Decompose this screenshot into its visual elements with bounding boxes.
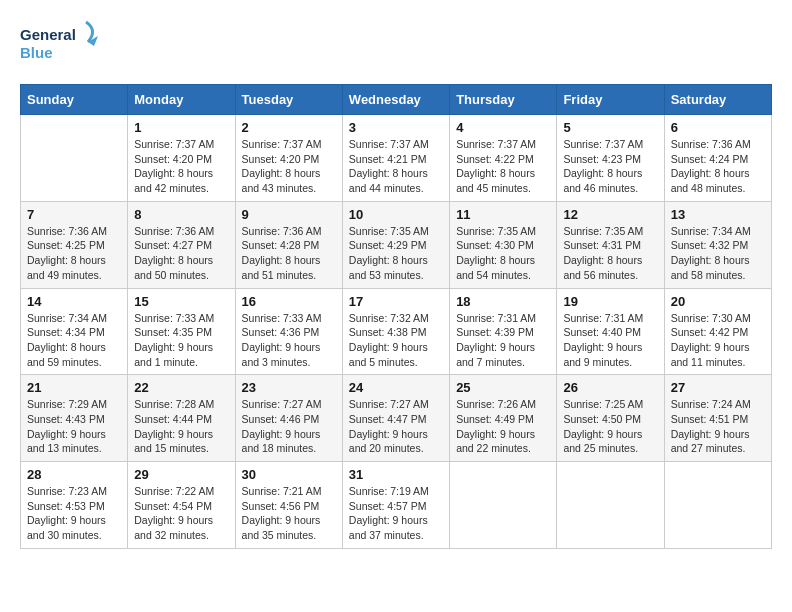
weekday-header-thursday: Thursday: [450, 85, 557, 115]
weekday-header-monday: Monday: [128, 85, 235, 115]
week-row-4: 21Sunrise: 7:29 AMSunset: 4:43 PMDayligh…: [21, 375, 772, 462]
calendar-cell: [450, 462, 557, 549]
day-info: Sunrise: 7:27 AMSunset: 4:47 PMDaylight:…: [349, 397, 443, 456]
day-number: 28: [27, 467, 121, 482]
day-number: 12: [563, 207, 657, 222]
calendar-cell: [557, 462, 664, 549]
day-number: 16: [242, 294, 336, 309]
weekday-header-saturday: Saturday: [664, 85, 771, 115]
calendar-cell: 9Sunrise: 7:36 AMSunset: 4:28 PMDaylight…: [235, 201, 342, 288]
day-number: 25: [456, 380, 550, 395]
day-number: 17: [349, 294, 443, 309]
calendar-cell: 29Sunrise: 7:22 AMSunset: 4:54 PMDayligh…: [128, 462, 235, 549]
svg-text:Blue: Blue: [20, 44, 53, 61]
calendar-cell: 23Sunrise: 7:27 AMSunset: 4:46 PMDayligh…: [235, 375, 342, 462]
day-info: Sunrise: 7:33 AMSunset: 4:35 PMDaylight:…: [134, 311, 228, 370]
day-number: 8: [134, 207, 228, 222]
calendar-cell: 1Sunrise: 7:37 AMSunset: 4:20 PMDaylight…: [128, 115, 235, 202]
day-number: 1: [134, 120, 228, 135]
calendar-cell: 15Sunrise: 7:33 AMSunset: 4:35 PMDayligh…: [128, 288, 235, 375]
day-info: Sunrise: 7:34 AMSunset: 4:32 PMDaylight:…: [671, 224, 765, 283]
day-info: Sunrise: 7:21 AMSunset: 4:56 PMDaylight:…: [242, 484, 336, 543]
calendar-cell: [664, 462, 771, 549]
day-info: Sunrise: 7:35 AMSunset: 4:30 PMDaylight:…: [456, 224, 550, 283]
calendar-cell: 4Sunrise: 7:37 AMSunset: 4:22 PMDaylight…: [450, 115, 557, 202]
day-number: 19: [563, 294, 657, 309]
day-info: Sunrise: 7:35 AMSunset: 4:31 PMDaylight:…: [563, 224, 657, 283]
page-header: General Blue: [20, 20, 772, 68]
day-number: 29: [134, 467, 228, 482]
day-number: 22: [134, 380, 228, 395]
calendar-cell: 31Sunrise: 7:19 AMSunset: 4:57 PMDayligh…: [342, 462, 449, 549]
day-info: Sunrise: 7:29 AMSunset: 4:43 PMDaylight:…: [27, 397, 121, 456]
day-info: Sunrise: 7:27 AMSunset: 4:46 PMDaylight:…: [242, 397, 336, 456]
svg-text:General: General: [20, 26, 76, 43]
day-number: 10: [349, 207, 443, 222]
day-info: Sunrise: 7:24 AMSunset: 4:51 PMDaylight:…: [671, 397, 765, 456]
day-info: Sunrise: 7:32 AMSunset: 4:38 PMDaylight:…: [349, 311, 443, 370]
day-info: Sunrise: 7:37 AMSunset: 4:22 PMDaylight:…: [456, 137, 550, 196]
calendar-cell: 27Sunrise: 7:24 AMSunset: 4:51 PMDayligh…: [664, 375, 771, 462]
weekday-header-tuesday: Tuesday: [235, 85, 342, 115]
day-number: 23: [242, 380, 336, 395]
day-info: Sunrise: 7:22 AMSunset: 4:54 PMDaylight:…: [134, 484, 228, 543]
calendar-cell: 30Sunrise: 7:21 AMSunset: 4:56 PMDayligh…: [235, 462, 342, 549]
day-number: 30: [242, 467, 336, 482]
calendar-cell: 20Sunrise: 7:30 AMSunset: 4:42 PMDayligh…: [664, 288, 771, 375]
day-info: Sunrise: 7:25 AMSunset: 4:50 PMDaylight:…: [563, 397, 657, 456]
day-info: Sunrise: 7:36 AMSunset: 4:25 PMDaylight:…: [27, 224, 121, 283]
day-info: Sunrise: 7:36 AMSunset: 4:27 PMDaylight:…: [134, 224, 228, 283]
day-number: 20: [671, 294, 765, 309]
day-number: 7: [27, 207, 121, 222]
calendar-cell: 8Sunrise: 7:36 AMSunset: 4:27 PMDaylight…: [128, 201, 235, 288]
calendar-cell: 17Sunrise: 7:32 AMSunset: 4:38 PMDayligh…: [342, 288, 449, 375]
day-info: Sunrise: 7:26 AMSunset: 4:49 PMDaylight:…: [456, 397, 550, 456]
day-info: Sunrise: 7:37 AMSunset: 4:21 PMDaylight:…: [349, 137, 443, 196]
day-number: 4: [456, 120, 550, 135]
day-info: Sunrise: 7:36 AMSunset: 4:24 PMDaylight:…: [671, 137, 765, 196]
day-info: Sunrise: 7:31 AMSunset: 4:39 PMDaylight:…: [456, 311, 550, 370]
calendar-cell: 19Sunrise: 7:31 AMSunset: 4:40 PMDayligh…: [557, 288, 664, 375]
day-info: Sunrise: 7:34 AMSunset: 4:34 PMDaylight:…: [27, 311, 121, 370]
day-number: 27: [671, 380, 765, 395]
calendar-cell: 5Sunrise: 7:37 AMSunset: 4:23 PMDaylight…: [557, 115, 664, 202]
day-info: Sunrise: 7:37 AMSunset: 4:20 PMDaylight:…: [242, 137, 336, 196]
logo: General Blue: [20, 20, 110, 68]
weekday-header-sunday: Sunday: [21, 85, 128, 115]
calendar-cell: 16Sunrise: 7:33 AMSunset: 4:36 PMDayligh…: [235, 288, 342, 375]
day-info: Sunrise: 7:37 AMSunset: 4:23 PMDaylight:…: [563, 137, 657, 196]
day-number: 14: [27, 294, 121, 309]
week-row-3: 14Sunrise: 7:34 AMSunset: 4:34 PMDayligh…: [21, 288, 772, 375]
calendar-cell: 12Sunrise: 7:35 AMSunset: 4:31 PMDayligh…: [557, 201, 664, 288]
weekday-header-wednesday: Wednesday: [342, 85, 449, 115]
day-number: 21: [27, 380, 121, 395]
calendar-cell: 18Sunrise: 7:31 AMSunset: 4:39 PMDayligh…: [450, 288, 557, 375]
day-info: Sunrise: 7:23 AMSunset: 4:53 PMDaylight:…: [27, 484, 121, 543]
day-info: Sunrise: 7:30 AMSunset: 4:42 PMDaylight:…: [671, 311, 765, 370]
weekday-header-row: SundayMondayTuesdayWednesdayThursdayFrid…: [21, 85, 772, 115]
day-number: 5: [563, 120, 657, 135]
calendar-cell: 10Sunrise: 7:35 AMSunset: 4:29 PMDayligh…: [342, 201, 449, 288]
calendar-cell: 22Sunrise: 7:28 AMSunset: 4:44 PMDayligh…: [128, 375, 235, 462]
day-info: Sunrise: 7:35 AMSunset: 4:29 PMDaylight:…: [349, 224, 443, 283]
day-number: 18: [456, 294, 550, 309]
day-number: 2: [242, 120, 336, 135]
weekday-header-friday: Friday: [557, 85, 664, 115]
calendar-cell: [21, 115, 128, 202]
calendar-cell: 26Sunrise: 7:25 AMSunset: 4:50 PMDayligh…: [557, 375, 664, 462]
day-number: 24: [349, 380, 443, 395]
day-number: 26: [563, 380, 657, 395]
day-number: 31: [349, 467, 443, 482]
day-info: Sunrise: 7:31 AMSunset: 4:40 PMDaylight:…: [563, 311, 657, 370]
day-info: Sunrise: 7:36 AMSunset: 4:28 PMDaylight:…: [242, 224, 336, 283]
day-number: 13: [671, 207, 765, 222]
day-info: Sunrise: 7:19 AMSunset: 4:57 PMDaylight:…: [349, 484, 443, 543]
day-info: Sunrise: 7:28 AMSunset: 4:44 PMDaylight:…: [134, 397, 228, 456]
day-number: 3: [349, 120, 443, 135]
calendar-cell: 24Sunrise: 7:27 AMSunset: 4:47 PMDayligh…: [342, 375, 449, 462]
calendar-cell: 6Sunrise: 7:36 AMSunset: 4:24 PMDaylight…: [664, 115, 771, 202]
day-info: Sunrise: 7:37 AMSunset: 4:20 PMDaylight:…: [134, 137, 228, 196]
day-number: 11: [456, 207, 550, 222]
week-row-1: 1Sunrise: 7:37 AMSunset: 4:20 PMDaylight…: [21, 115, 772, 202]
calendar-table: SundayMondayTuesdayWednesdayThursdayFrid…: [20, 84, 772, 549]
